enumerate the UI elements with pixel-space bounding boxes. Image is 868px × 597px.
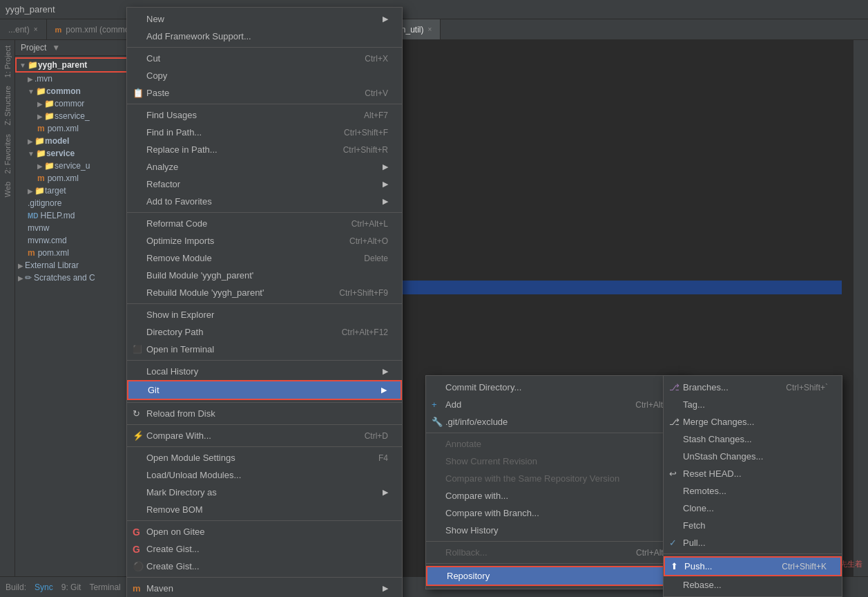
favorites-label[interactable]: 2: Favorites [2, 131, 13, 176]
menu-item-open-gitee[interactable]: G Open on Gitee [127, 523, 402, 540]
reload-icon: ↻ [133, 408, 140, 419]
menu-item-optimize[interactable]: Optimize Imports Ctrl+Alt+O [127, 232, 402, 249]
menu-item-paste[interactable]: 📋 Paste Ctrl+V [127, 84, 402, 102]
repo-menu-remotes[interactable]: Remotes... [664, 482, 842, 500]
tree-item-sservice[interactable]: ▶ 📁 sservice_ [15, 110, 142, 122]
tree-label-pom-root: pom.xml [38, 248, 69, 258]
menu-label-load-unload: Load/Unload Modules... [146, 470, 241, 480]
menu-label-paste: Paste [146, 88, 169, 98]
tree-content[interactable]: ▼ 📁 yygh_parent ▶ .mvn ▼ 📁 common ▶ 📁 co [15, 56, 142, 576]
menu-label-framework: Add Framework Support... [146, 31, 251, 41]
menu-item-local-history[interactable]: Local History ▶ [127, 363, 402, 380]
menu-item-replace-path[interactable]: Replace in Path... Ctrl+Shift+R [127, 141, 402, 158]
menu-item-find-path[interactable]: Find in Path... Ctrl+Shift+F [127, 124, 402, 141]
git-menu-add[interactable]: + Add Ctrl+Alt+A [426, 396, 687, 413]
menu-item-remove-module[interactable]: Remove Module Delete [127, 249, 402, 267]
menu-item-open-terminal[interactable]: ⬛ Open in Terminal [127, 341, 402, 358]
menu-item-find-usages[interactable]: Find Usages Alt+F7 [127, 106, 402, 124]
menu-item-load-unload[interactable]: Load/Unload Modules... [127, 466, 402, 484]
paste-icon: 📋 [133, 88, 144, 98]
tree-item-external[interactable]: ▶ External Librar [15, 259, 142, 272]
git-menu-compare-branch[interactable]: Compare with Branch... [426, 504, 687, 522]
tree-item-mvnw[interactable]: mvnw [15, 222, 142, 234]
menu-item-module-settings[interactable]: Open Module Settings F4 [127, 449, 402, 466]
menu-item-create-gist-github[interactable]: ⚫ Create Gist... [127, 558, 402, 575]
repo-menu-tag[interactable]: Tag... [664, 396, 842, 413]
menu-item-build-module[interactable]: Build Module 'yygh_parent' [127, 267, 402, 284]
menu-item-git[interactable]: Git ▶ [127, 380, 402, 400]
menu-item-show-explorer[interactable]: Show in Explorer [127, 306, 402, 323]
repo-menu-reset[interactable]: ↩ Reset HEAD... [664, 465, 842, 482]
menu-label-clone: Clone... [683, 503, 714, 513]
tree-item-yygh-parent[interactable]: ▼ 📁 yygh_parent [15, 57, 142, 73]
menu-item-mark-dir[interactable]: Mark Directory as ▶ [127, 484, 402, 501]
menu-item-favorites[interactable]: Add to Favorites ▶ [127, 193, 402, 210]
menu-label-open-gitee: Open on Gitee [146, 527, 205, 537]
tree-item-commor[interactable]: ▶ 📁 commor [15, 97, 142, 110]
menu-item-remove-bom[interactable]: Remove BOM [127, 501, 402, 518]
tree-item-mvn[interactable]: ▶ .mvn [15, 73, 142, 85]
tree-item-service-u[interactable]: ▶ 📁 service_u [15, 160, 142, 172]
repo-menu-stash[interactable]: Stash Changes... [664, 430, 842, 448]
git-menu-compare-with[interactable]: Compare with... [426, 487, 687, 504]
separator [127, 577, 402, 578]
menu-item-framework[interactable]: Add Framework Support... [127, 28, 402, 45]
menu-item-new[interactable]: New ▶ [127, 10, 402, 28]
tab-4-close[interactable]: × [428, 26, 432, 33]
shortcut-paste: Ctrl+V [365, 88, 388, 98]
repo-menu-clone[interactable]: Clone... [664, 500, 842, 517]
menu-item-dir-path[interactable]: Directory Path Ctrl+Alt+F12 [127, 323, 402, 341]
tree-item-gitignore[interactable]: .gitignore [15, 197, 142, 209]
project-label[interactable]: 1: Project [2, 43, 13, 80]
tab-0-close[interactable]: × [34, 26, 38, 33]
tree-item-mvnwcmd[interactable]: mvnw.cmd [15, 234, 142, 247]
menu-label-reset: Reset HEAD... [683, 468, 742, 479]
repo-menu-unstash[interactable]: UnStash Changes... [664, 448, 842, 465]
menu-item-refactor[interactable]: Refactor ▶ [127, 176, 402, 193]
git-menu-commit[interactable]: Commit Directory... [426, 379, 687, 396]
menu-label-rebase: Rebase... [683, 580, 722, 590]
repo-menu-fetch[interactable]: Fetch [664, 517, 842, 534]
tree-item-service[interactable]: ▼ 📁 service [15, 147, 142, 160]
tree-item-common[interactable]: ▼ 📁 common [15, 85, 142, 97]
menu-item-create-gist-gitee[interactable]: G Create Gist... [127, 540, 402, 558]
repo-menu-merge[interactable]: ⎇ Merge Changes... [664, 413, 842, 430]
menu-item-compare[interactable]: ⚡ Compare With... Ctrl+D [127, 427, 402, 444]
web-label[interactable]: Web [2, 179, 13, 200]
terminal-label[interactable]: Terminal [89, 582, 120, 592]
menu-label-commit: Commit Directory... [445, 382, 521, 392]
structure-label[interactable]: Z: Structure [2, 83, 13, 128]
md-icon: MD [28, 212, 39, 220]
menu-item-cut[interactable]: Cut Ctrl+X [127, 50, 402, 67]
tree-item-pom-service[interactable]: m pom.xml [15, 172, 142, 184]
menu-item-analyze[interactable]: Analyze ▶ [127, 158, 402, 176]
repo-menu-pull[interactable]: ✓ Pull... [664, 534, 842, 551]
tree-item-helpmd[interactable]: MD HELP.md [15, 209, 142, 222]
repo-menu-rebase[interactable]: Rebase... [664, 576, 842, 594]
menu-item-maven[interactable]: m Maven ▶ [127, 580, 402, 597]
menu-item-reload[interactable]: ↻ Reload from Disk [127, 405, 402, 422]
git-label[interactable]: 9: Git [61, 582, 81, 592]
git-menu-rollback: Rollback... Ctrl+Alt+Z [426, 544, 687, 561]
separator [127, 212, 402, 213]
tree-item-pom-root[interactable]: m pom.xml [15, 247, 142, 259]
separator [127, 424, 402, 425]
context-menu: New ▶ Add Framework Support... Cut Ctrl+… [126, 7, 403, 597]
repo-menu-push[interactable]: ⬆ Push... Ctrl+Shift+K [664, 556, 842, 576]
git-menu-repository[interactable]: Repository ▶ [426, 566, 687, 586]
sync-label[interactable]: Sync [35, 582, 53, 592]
repo-menu-branches[interactable]: ⎇ Branches... Ctrl+Shift+` [664, 379, 842, 396]
github-icon: ⚫ [133, 561, 144, 571]
menu-item-rebuild-module[interactable]: Rebuild Module 'yygh_parent' Ctrl+Shift+… [127, 284, 402, 301]
git-menu-show-history[interactable]: Show History [426, 522, 687, 539]
git-menu-exclude[interactable]: 🔧 .git/info/exclude [426, 413, 687, 430]
tree-header-dropdown[interactable]: ▼ [52, 43, 60, 53]
menu-item-reformat[interactable]: Reformat Code Ctrl+Alt+L [127, 215, 402, 232]
submenu-arrow: ▶ [383, 584, 388, 593]
tree-item-scratches[interactable]: ▶ ✏ Scratches and C [15, 272, 142, 284]
tree-item-pom-common[interactable]: m pom.xml [15, 122, 142, 135]
tab-0[interactable]: ...ent) × [0, 19, 47, 39]
tree-item-model[interactable]: ▶ 📁 model [15, 135, 142, 147]
tree-item-target[interactable]: ▶ 📁 target [15, 184, 142, 197]
menu-item-copy[interactable]: Copy [127, 67, 402, 84]
